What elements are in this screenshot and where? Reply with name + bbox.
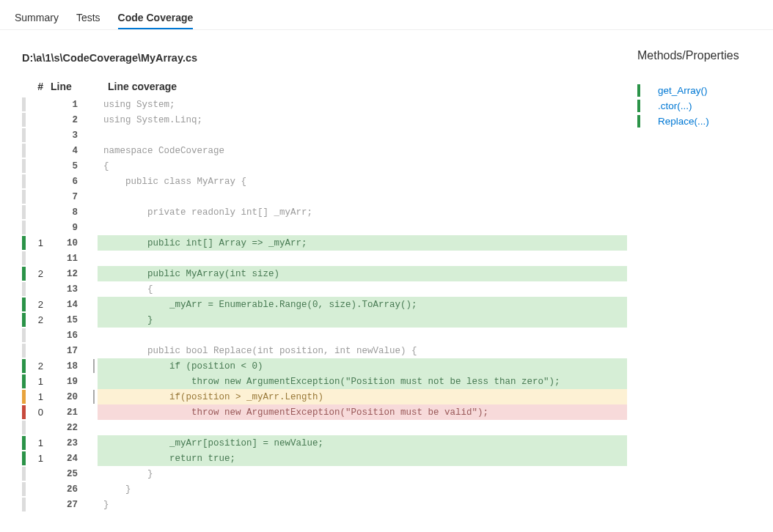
code-row: 214 _myArr = Enumerable.Range(0, size).T… (22, 297, 627, 312)
code-text: _myArr[position] = newValue; (98, 435, 627, 451)
code-text: { (98, 158, 627, 174)
line-number: 13 (46, 281, 92, 297)
hit-count (29, 112, 46, 128)
tabs-bar: Summary Tests Code Coverage (0, 0, 773, 30)
coverage-bar (22, 158, 29, 174)
hit-count: 1 (29, 235, 46, 251)
code-text (98, 128, 627, 143)
code-text: return true; (98, 451, 627, 466)
coverage-bar (22, 435, 29, 451)
code-text (98, 328, 627, 343)
code-text: _myArr = Enumerable.Range(0, size).ToArr… (98, 297, 627, 312)
line-number: 12 (46, 266, 92, 281)
code-text: using System; (98, 97, 627, 112)
sidebar: Methods/Properties get_Array().ctor(...)… (627, 30, 773, 527)
code-row: 17 public bool Replace(int position, int… (22, 343, 627, 358)
branch-indicator (92, 97, 98, 112)
line-number: 15 (46, 312, 92, 328)
code-row: 2using System.Linq; (22, 112, 627, 128)
coverage-bar (22, 204, 29, 220)
hit-count: 1 (29, 451, 46, 466)
code-text: } (98, 312, 627, 328)
coverage-bar (22, 220, 29, 235)
sidebar-link[interactable]: .ctor(...) (658, 100, 692, 111)
file-path: D:\a\1\s\CodeCoverage\MyArray.cs (22, 52, 627, 64)
hit-count (29, 328, 46, 343)
tab-code-coverage[interactable]: Code Coverage (118, 7, 194, 29)
line-number: 7 (46, 189, 92, 204)
code-row: 218 if (position < 0) (22, 358, 627, 374)
hit-count (29, 466, 46, 481)
sidebar-link[interactable]: Replace(...) (658, 116, 709, 127)
branch-indicator (92, 297, 98, 312)
content-area: D:\a\1\s\CodeCoverage\MyArray.cs # Line … (0, 30, 773, 527)
code-text: public bool Replace(int position, int ne… (98, 343, 627, 358)
tab-summary[interactable]: Summary (15, 7, 59, 29)
line-number: 27 (46, 497, 92, 512)
branch-indicator (92, 220, 98, 235)
code-row: 215 } (22, 312, 627, 328)
branch-indicator (92, 189, 98, 204)
hit-count (29, 481, 46, 497)
code-text: if(position > _myArr.Length) (98, 389, 627, 404)
coverage-bar (22, 374, 29, 389)
line-number: 19 (46, 374, 92, 389)
hit-count: 2 (29, 297, 46, 312)
line-number: 1 (46, 97, 92, 112)
coverage-bar (22, 404, 29, 420)
hit-count: 1 (29, 389, 46, 404)
branch-indicator (92, 435, 98, 451)
col-header-code: Line coverage (98, 80, 627, 97)
branch-indicator (92, 204, 98, 220)
code-text: } (98, 466, 627, 481)
hit-count: 0 (29, 404, 46, 420)
branch-indicator (92, 158, 98, 174)
code-text: } (98, 481, 627, 497)
coverage-bar (22, 358, 29, 374)
branch-indicator (92, 343, 98, 358)
sidebar-item: get_Array() (637, 83, 763, 98)
code-row: 26 } (22, 481, 627, 497)
code-row: 5{ (22, 158, 627, 174)
line-number: 3 (46, 128, 92, 143)
hit-count: 2 (29, 266, 46, 281)
code-text: } (98, 497, 627, 512)
code-row: 124 return true; (22, 451, 627, 466)
tab-tests[interactable]: Tests (76, 7, 100, 29)
code-row: 120 if(position > _myArr.Length) (22, 389, 627, 404)
col-header-line: Line (46, 80, 92, 97)
sidebar-title: Methods/Properties (637, 49, 763, 62)
code-row: 22 (22, 420, 627, 435)
coverage-bar (22, 420, 29, 435)
line-number: 24 (46, 451, 92, 466)
hit-count (29, 189, 46, 204)
branch-indicator (92, 451, 98, 466)
coverage-bar (22, 281, 29, 297)
code-row: 16 (22, 328, 627, 343)
hit-count (29, 97, 46, 112)
coverage-bar (22, 174, 29, 189)
sidebar-list: get_Array().ctor(...)Replace(...) (637, 83, 763, 129)
line-number: 23 (46, 435, 92, 451)
coverage-bar (22, 343, 29, 358)
code-row: 7 (22, 189, 627, 204)
hit-count: 1 (29, 435, 46, 451)
code-row: 25 } (22, 466, 627, 481)
line-number: 21 (46, 404, 92, 420)
branch-indicator (92, 328, 98, 343)
line-number: 18 (46, 358, 92, 374)
line-number: 10 (46, 235, 92, 251)
branch-indicator (92, 420, 98, 435)
code-row: 123 _myArr[position] = newValue; (22, 435, 627, 451)
sidebar-link[interactable]: get_Array() (658, 85, 708, 96)
code-row: 212 public MyArray(int size) (22, 266, 627, 281)
code-text: if (position < 0) (98, 358, 627, 374)
coverage-bar-icon (637, 100, 640, 112)
hit-count (29, 251, 46, 266)
hit-count: 1 (29, 374, 46, 389)
code-row: 3 (22, 128, 627, 143)
hit-count (29, 128, 46, 143)
line-number: 5 (46, 158, 92, 174)
coverage-bar-icon (637, 115, 640, 128)
code-text: public int[] Array => _myArr; (98, 235, 627, 251)
